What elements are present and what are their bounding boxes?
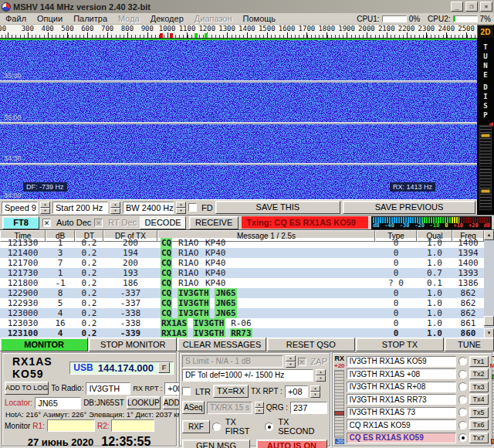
bandwidth-field[interactable]: BW 2400 Hz [123, 202, 174, 214]
maximize-button[interactable]: ❐ [465, 2, 478, 12]
tx2-button[interactable]: Tx2 [469, 368, 489, 379]
auto-button[interactable]: AUTO IS ON [256, 440, 327, 448]
r1-input[interactable] [47, 419, 95, 432]
table-row[interactable]: 12170070.2200CQ R1AO KP40 01.01400 [0, 258, 494, 268]
qrg-input[interactable] [290, 402, 327, 414]
table-row[interactable]: 12310040.2-339RX1AS IV3GTH RR73 01.0860 [0, 328, 494, 338]
table-row[interactable]: 12290080.2-337CQ IV3GTH JN65 01.0862 [0, 288, 494, 298]
table-scrollbar[interactable]: ▲ ▼ [484, 230, 494, 338]
speed-spinner[interactable]: ▲▼ [40, 202, 50, 214]
title-bar[interactable]: MSHV 144 MHz version 2.40 32-bit _ ❐ ✕ [0, 0, 494, 13]
rxf-button[interactable]: RXF [182, 420, 210, 433]
tx-message-radio-4[interactable] [458, 395, 467, 404]
tx3-button[interactable]: Tx3 [469, 382, 489, 392]
tx-message-input-3[interactable] [347, 382, 456, 392]
df-tol-spinner[interactable]: ▲▼ [316, 369, 326, 382]
gen-msg-button[interactable]: GEN MSG [182, 440, 250, 448]
table-row[interactable]: 12133010.2200CQ R1AO KP40 01.01400 [0, 238, 494, 248]
monitor-button[interactable]: MONITOR [0, 338, 88, 351]
table-row[interactable]: 12140030.2194CQ R1AO KP40 01.01394 [0, 248, 494, 258]
df-tol-field[interactable]: DF Tol def=1000 +/- 1500 Hz [182, 369, 313, 382]
freq-tick-label: 1200 [198, 25, 215, 32]
tx-second-radio[interactable] [265, 423, 273, 431]
stop-monitor-button[interactable]: STOP MONITOR [89, 338, 177, 351]
tx-message-radio-5[interactable] [458, 408, 467, 416]
tx-message-radio-7[interactable] [458, 433, 467, 442]
waterfall-display[interactable]: 35:3035:0034:3034:00 DF: -739 Hz RX: 141… [0, 39, 477, 199]
stop-tx-button[interactable]: STOP TX [356, 338, 444, 351]
tx4-button[interactable]: Tx4 [469, 394, 489, 405]
meter-scale-label: -30 [400, 223, 410, 229]
tx-eq-rx-button[interactable]: TX=RX [213, 385, 249, 398]
tx-rpt-spinner[interactable]: ▲▼ [310, 385, 320, 398]
add-button[interactable]: ADD [163, 396, 181, 409]
close-button[interactable]: ✕ [480, 2, 492, 12]
table-row[interactable]: 121800-10.2186CQ R1AO KP40 ? 00.11386 [0, 278, 494, 288]
start-spinner[interactable]: ▲▼ [110, 202, 120, 214]
menu-item-2[interactable]: Палитра [68, 14, 113, 23]
gain-slider-handle[interactable] [481, 134, 490, 137]
menu-item-4[interactable]: Декодер [145, 14, 189, 23]
bw-spinner[interactable]: ▲▼ [176, 202, 186, 214]
lookup-button[interactable]: LOOKUP [127, 396, 161, 409]
clear-messages-button[interactable]: CLEAR MESSAGES [178, 338, 266, 351]
tune-button[interactable]: TUNE [445, 338, 494, 351]
mode-button[interactable]: FT8 [2, 216, 39, 229]
cell-db: 7 [46, 258, 75, 268]
start-freq-field[interactable]: Start 200 Hz [52, 202, 108, 214]
add-to-log-button[interactable]: ADD TO LOG [5, 382, 49, 395]
rx-slider-handle[interactable] [334, 411, 344, 416]
speed-field[interactable]: Speed 9 [2, 202, 38, 214]
cell-qual: 1.0 [417, 258, 452, 268]
tx-message-radio-1[interactable] [458, 357, 467, 365]
receive-button[interactable]: RECEIVE [189, 216, 239, 229]
tx-message-input-4[interactable] [347, 394, 456, 405]
waterfall-gain-slider[interactable] [479, 125, 492, 167]
tx1-button[interactable]: Tx1 [469, 356, 489, 367]
to-radio-input[interactable] [86, 382, 130, 395]
menu-item-0[interactable]: Файл [0, 14, 32, 23]
tx-message-radio-6[interactable] [458, 421, 467, 429]
tx7-button[interactable]: Tx7 [469, 433, 489, 443]
reset-qso-button[interactable]: RESET QSO [267, 338, 355, 351]
f-button[interactable]: F [158, 362, 170, 373]
save-this-button[interactable]: SAVE THIS [215, 201, 340, 214]
r2-input[interactable] [111, 419, 154, 432]
scroll-down-icon[interactable]: ▼ [484, 328, 494, 338]
tx-message-input-1[interactable] [347, 356, 456, 367]
tx-message-radio-3[interactable] [458, 382, 467, 391]
tx-rpt-value[interactable]: +08 [285, 385, 308, 398]
cell-db: 4 [46, 328, 75, 338]
tx-message-input-2[interactable] [347, 368, 456, 379]
table-row[interactable]: 12173010.2193CQ R1AO KP40 00.71393 [0, 268, 494, 278]
zero-slider-handle[interactable] [481, 189, 490, 193]
menu-item-6[interactable]: Помощь [238, 14, 282, 23]
frequency-scale[interactable]: 2003004005006007008009001000110012001300… [0, 25, 477, 39]
scroll-up-icon[interactable]: ▲ [484, 230, 494, 240]
decode-button[interactable]: DECODE [140, 216, 186, 229]
display-2d-button[interactable]: 2D [477, 25, 494, 39]
table-row[interactable]: 12300040.2-338CQ IV3GTH JN65 01.0862 [0, 308, 494, 318]
tx-message-input-6[interactable] [347, 419, 456, 430]
menu-item-1[interactable]: Опции [32, 14, 68, 23]
tx-first-radio[interactable] [212, 423, 221, 431]
scrollbar-thumb[interactable] [484, 316, 494, 326]
tx6-button[interactable]: Tx6 [469, 419, 489, 430]
table-row[interactable]: 123030160.2-338RX1AS IV3GTH R-06 01.0861 [0, 318, 494, 328]
tx-message-input-7[interactable] [347, 433, 456, 443]
aseq-button[interactable]: ASeq [182, 401, 205, 414]
spin-up-icon: ▲ [255, 402, 264, 408]
table-row[interactable]: 12293050.2-337CQ IV3GTH JN65 01.0862 [0, 298, 494, 308]
locator-input[interactable] [35, 397, 81, 409]
fd-checkbox[interactable]: ✕ [188, 203, 197, 212]
save-previous-button[interactable]: SAVE PREVIOUS [343, 201, 475, 214]
rx-gain-slider[interactable] [334, 370, 344, 438]
cpu1-value: 0% [409, 15, 420, 23]
waterfall-zero-slider[interactable] [479, 168, 492, 210]
minimize-button[interactable]: _ [451, 2, 463, 12]
ltr-checkbox[interactable]: ✕ [182, 387, 191, 395]
tx-message-radio-2[interactable] [458, 370, 467, 378]
tx-message-input-5[interactable] [347, 407, 456, 418]
tx5-button[interactable]: Tx5 [469, 407, 489, 418]
auto-dec-checkbox[interactable]: ✕ [42, 219, 51, 227]
